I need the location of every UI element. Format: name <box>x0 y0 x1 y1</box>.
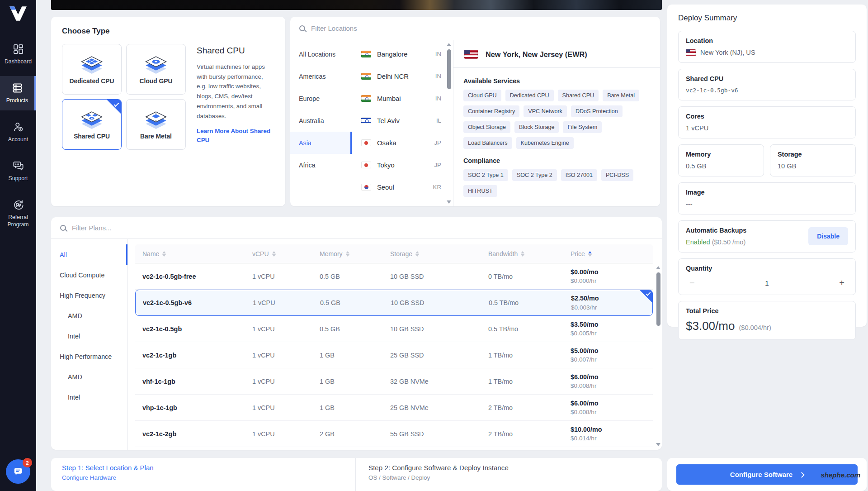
plan-category-item[interactable]: AMD <box>51 305 127 326</box>
plan-row[interactable]: vhf-1c-1gb 1 vCPU 1 GB 32 GB NVMe 1 TB/m… <box>135 368 653 395</box>
sidebar-item-account[interactable]: Account <box>0 115 36 149</box>
city-item[interactable]: Seoul KR <box>361 176 441 198</box>
region-item[interactable]: Europe <box>290 87 352 110</box>
plan-row[interactable]: vhp-1c-1gb 1 vCPU 1 GB 25 GB NVMe 2 TB/m… <box>135 395 653 421</box>
top-banner-image <box>51 0 662 10</box>
region-label: Australia <box>299 117 324 124</box>
region-item[interactable]: Asia <box>290 132 352 154</box>
step-1-section[interactable]: Step 1: Select Location & Plan Configure… <box>51 458 355 491</box>
city-item[interactable]: Bangalore IN <box>361 43 441 65</box>
service-tag: Load Balancers <box>463 137 512 149</box>
quantity-decrease-button[interactable]: − <box>687 277 698 288</box>
plan-category-item[interactable]: Intel <box>51 387 127 407</box>
city-item[interactable]: Tel Aviv IL <box>361 110 441 132</box>
scroll-down-icon[interactable] <box>656 443 660 446</box>
plan-row[interactable]: vc2-1c-0.5gb-free 1 vCPU 0.5 GB 10 GB SS… <box>135 263 653 290</box>
step-1-title[interactable]: Step 1: Select Location & Plan <box>62 464 344 472</box>
plan-type-label: Shared CPU <box>686 75 848 82</box>
plan-category-label: AMD <box>68 312 82 319</box>
column-header[interactable]: Name <box>136 250 252 257</box>
sidebar-item-support[interactable]: Support <box>0 154 36 188</box>
plan-price-hourly: $0.005/hr <box>571 329 652 338</box>
region-item[interactable]: Americas <box>290 65 352 87</box>
column-header[interactable]: Price <box>571 250 652 257</box>
choose-type-panel: Choose Type Dedicated CPU <box>51 17 285 206</box>
memory-label: Memory <box>686 151 756 158</box>
plan-price-monthly: $5.00/mo <box>571 346 652 355</box>
column-header[interactable]: vCPU <box>252 250 320 257</box>
disable-backups-button[interactable]: Disable <box>808 227 848 245</box>
compliance-tag: HITRUST <box>463 185 497 197</box>
type-card-dedicated-cpu[interactable]: Dedicated CPU <box>62 44 122 95</box>
step-1-subtitle[interactable]: Configure Hardware <box>62 474 344 481</box>
plan-category-item[interactable]: AMD <box>51 367 127 387</box>
choose-type-title: Choose Type <box>62 27 274 36</box>
plan-storage: 10 GB SSD <box>390 325 488 333</box>
region-label: All Locations <box>299 51 335 58</box>
sidebar-item-products[interactable]: Products <box>0 76 36 110</box>
plan-vcpu: 1 vCPU <box>252 430 320 438</box>
plan-row[interactable]: vc2-1c-0.5gb 1 vCPU 0.5 GB 10 GB SSD 0.5… <box>135 316 653 342</box>
step-2-section: Step 2: Configure Software & Deploy Inst… <box>355 458 662 491</box>
scrollbar-thumb[interactable] <box>656 272 660 326</box>
city-item[interactable]: Mumbai IN <box>361 87 441 110</box>
plan-category-item[interactable]: Intel <box>51 326 127 346</box>
plan-id-value: vc2-1c-0.5gb-v6 <box>686 87 848 94</box>
sort-icon <box>415 251 419 257</box>
referral-program-icon <box>12 199 24 211</box>
scroll-up-icon[interactable] <box>447 43 451 46</box>
type-card-cloud-gpu[interactable]: Cloud GPU <box>126 44 186 95</box>
region-item[interactable]: Africa <box>290 154 352 176</box>
city-name: Mumbai <box>377 95 429 102</box>
plan-name: vc2-1c-0.5gb-free <box>136 273 252 280</box>
region-label: Americas <box>299 73 326 80</box>
scroll-down-icon[interactable] <box>447 200 451 204</box>
service-tag: Kubernetes Engine <box>516 137 574 149</box>
city-item[interactable]: Delhi NCR IN <box>361 65 441 87</box>
backups-status: Enabled <box>686 238 710 246</box>
type-card-shared-cpu[interactable]: Shared CPU <box>62 99 122 150</box>
service-tag: Bare Metal <box>603 90 639 101</box>
total-price-hourly: ($0.004/hr) <box>739 324 771 331</box>
sort-icon <box>272 251 276 257</box>
deploy-instance-page: Dashboard Products Account Support <box>0 0 868 491</box>
region-item[interactable]: All Locations <box>290 43 352 65</box>
service-tag: Block Storage <box>514 121 559 133</box>
column-label: Storage <box>390 250 412 257</box>
plan-storage: 25 GB NVMe <box>390 404 488 411</box>
watermark: shephe.com <box>821 471 860 478</box>
scroll-up-icon[interactable] <box>656 266 660 269</box>
sidebar-item-referral-program[interactable]: Referral Program <box>0 193 36 234</box>
column-header[interactable]: Storage <box>390 250 488 257</box>
plan-row[interactable]: vc2-1c-1gb 1 vCPU 1 GB 25 GB SSD 1 TB/mo… <box>135 342 653 368</box>
type-detail: Shared CPU Virtual machines for apps wit… <box>197 44 274 150</box>
storage-label: Storage <box>778 151 848 158</box>
locations-panel: All Locations Americas Europe Australia <box>290 17 660 206</box>
plan-row[interactable]: vc2-1c-0.5gb-v6 1 vCPU 0.5 GB 10 GB SSD … <box>135 290 653 316</box>
region-item[interactable]: Australia <box>290 110 352 132</box>
plan-vcpu: 1 vCPU <box>252 378 320 385</box>
learn-more-link[interactable]: Learn More About Shared CPU <box>197 127 274 145</box>
type-card-bare-metal[interactable]: Bare Metal <box>126 99 186 150</box>
column-header[interactable]: Bandwidth <box>488 250 571 257</box>
plan-category-item[interactable]: High Performance <box>51 346 127 367</box>
plan-category-item[interactable]: High Frequency <box>51 285 127 305</box>
sidebar-item-dashboard[interactable]: Dashboard <box>0 37 36 72</box>
city-item[interactable]: Osaka JP <box>361 132 441 154</box>
filter-locations-input[interactable] <box>311 24 651 32</box>
plan-row[interactable]: vc2-1c-2gb 1 vCPU 2 GB 55 GB SSD 2 TB/mo… <box>135 421 653 447</box>
plan-category-item[interactable]: Cloud Compute <box>51 265 127 285</box>
filter-plans-input[interactable] <box>72 224 653 232</box>
chat-fab-button[interactable]: 2 <box>6 459 30 484</box>
country-code: JP <box>434 162 441 168</box>
city-item[interactable]: Tokyo JP <box>361 154 441 176</box>
plan-category-item[interactable]: All <box>51 244 127 265</box>
plan-storage: 32 GB NVMe <box>390 378 488 385</box>
country-code: IL <box>436 117 441 124</box>
quantity-increase-button[interactable]: + <box>836 277 847 288</box>
country-flag-icon <box>361 117 371 124</box>
plan-bandwidth: 0 TB/mo <box>488 273 571 280</box>
plan-price: $3.50/mo $0.005/hr <box>571 320 652 338</box>
scrollbar-thumb[interactable] <box>447 49 451 89</box>
column-header[interactable]: Memory <box>320 250 390 257</box>
